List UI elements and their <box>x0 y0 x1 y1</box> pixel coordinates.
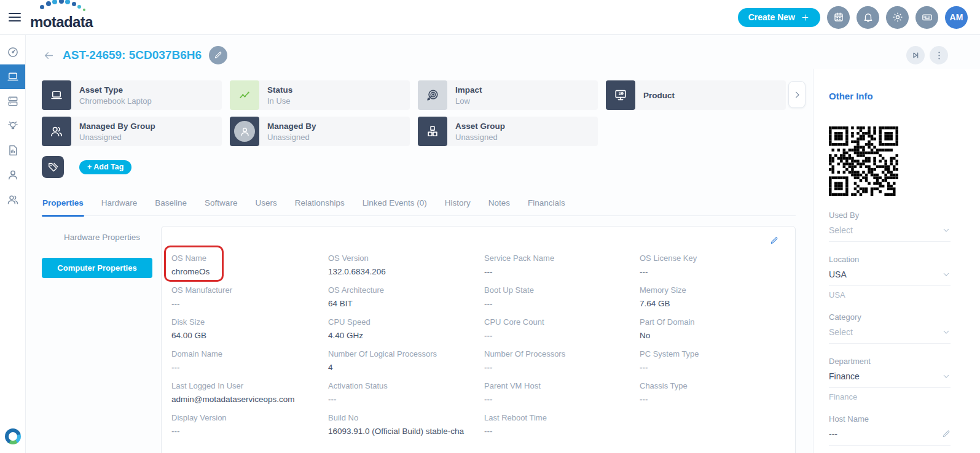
property-value: 16093.91.0 (Official Build) stable-cha <box>328 427 476 436</box>
summary-card[interactable]: Managed ByUnassigned <box>230 117 410 146</box>
property-value: --- <box>484 427 631 436</box>
property-cell: Display Version --- <box>171 413 328 436</box>
field-control[interactable]: Finance <box>829 371 951 388</box>
person-icon <box>230 117 259 146</box>
field-control[interactable]: USA <box>829 269 951 286</box>
tab-baseline[interactable]: Baseline <box>154 195 187 215</box>
laptop-icon <box>42 80 71 110</box>
field-label: Department <box>829 357 951 366</box>
cards-next-button[interactable] <box>788 81 806 108</box>
property-value: --- <box>484 267 631 276</box>
card-label: Managed By <box>267 122 316 131</box>
tab-financials[interactable]: Financials <box>527 195 566 215</box>
property-value: 64.00 GB <box>171 331 319 340</box>
property-label: Display Version <box>171 413 319 422</box>
property-cell: Disk Size 64.00 GB <box>171 317 328 340</box>
gear-icon[interactable] <box>886 6 909 29</box>
edit-title-button[interactable] <box>209 46 227 64</box>
tab-properties[interactable]: Properties <box>42 195 84 215</box>
property-label: Last Logged In User <box>171 381 319 390</box>
bell-icon[interactable] <box>857 6 879 29</box>
property-cell: OS Manufacturer --- <box>171 285 328 308</box>
summary-card[interactable]: Asset GroupUnassigned <box>418 117 598 146</box>
more-options-button[interactable] <box>930 46 948 64</box>
property-value: 132.0.6834.206 <box>328 267 476 276</box>
tab-relationships[interactable]: Relationships <box>294 195 345 215</box>
chevron-down-icon <box>942 270 951 279</box>
subnav-hardware-properties[interactable]: Hardware Properties <box>42 229 162 246</box>
tag-icon <box>42 156 64 178</box>
user-icon <box>7 169 19 181</box>
property-label: OS Name <box>171 254 319 263</box>
field-control[interactable]: Select <box>829 225 951 242</box>
property-cell: Parent VM Host --- <box>484 381 640 404</box>
field-control[interactable]: Select <box>829 327 951 344</box>
tab-history[interactable]: History <box>444 195 471 215</box>
property-cell: Build No 16093.91.0 (Official Build) sta… <box>328 413 484 436</box>
create-new-button[interactable]: Create New <box>738 8 820 27</box>
logo-dot <box>77 5 81 9</box>
avatar[interactable]: AM <box>945 6 968 29</box>
field-helper: USA <box>829 290 951 300</box>
property-value: --- <box>328 395 476 404</box>
property-label: Boot Up State <box>484 285 631 295</box>
field-value: Select <box>829 327 853 337</box>
back-arrow-icon[interactable] <box>43 50 55 61</box>
field-value: Select <box>829 225 853 235</box>
property-cell: OS Architecture 64 BIT <box>328 285 484 308</box>
property-label: Number Of Processors <box>484 349 631 358</box>
edit-properties-button[interactable] <box>770 236 778 245</box>
summary-card[interactable]: ImpactLow <box>418 80 598 110</box>
summary-card[interactable]: Asset TypeChromebook Laptop <box>42 80 222 110</box>
field-label: Category <box>829 312 951 322</box>
cubes-icon <box>418 117 447 146</box>
sidebar-item-cmdb[interactable] <box>0 89 25 114</box>
trend-icon <box>230 80 259 110</box>
property-cell: Memory Size 7.64 GB <box>640 285 787 308</box>
field-value: Finance <box>829 371 860 381</box>
tab-hardware[interactable]: Hardware <box>101 195 138 215</box>
field-host-name: Host Name --- <box>829 414 951 446</box>
sidebar-item-ideas[interactable] <box>0 114 25 138</box>
tab-notes[interactable]: Notes <box>488 195 511 215</box>
summary-card[interactable]: Product <box>606 80 786 110</box>
property-value: 4 <box>328 363 476 372</box>
field-control[interactable]: --- <box>829 429 951 446</box>
property-cell: Last Reboot Time --- <box>484 413 640 436</box>
card-label: Status <box>267 85 292 95</box>
property-value: --- <box>171 427 319 436</box>
property-label: Last Reboot Time <box>484 413 631 422</box>
bulb-icon <box>7 120 19 132</box>
keyboard-icon[interactable] <box>915 6 938 29</box>
tab-linked-events-0[interactable]: Linked Events (0) <box>362 195 428 215</box>
sidebar-item-reports[interactable] <box>0 138 25 163</box>
logo-dot <box>59 0 64 4</box>
brand-name: motadata <box>30 15 93 29</box>
other-info-panel: Other Info Used By Select Location USA U… <box>813 69 980 453</box>
computer-properties-panel: OS Name chromeOs OS Version 132.0.6834.2… <box>161 226 796 453</box>
property-value: 64 BIT <box>328 299 476 308</box>
skip-button[interactable] <box>906 46 925 64</box>
property-label: Activation Status <box>328 381 476 390</box>
property-label: Parent VM Host <box>484 381 631 390</box>
property-value: 7.64 GB <box>640 299 778 308</box>
property-cell: OS License Key --- <box>640 254 787 276</box>
tab-users[interactable]: Users <box>254 195 277 215</box>
card-value: Unassigned <box>267 133 316 142</box>
sidebar-item-assets[interactable] <box>0 64 25 89</box>
sidebar <box>0 35 26 453</box>
summary-card[interactable]: StatusIn Use <box>230 80 410 110</box>
menu-icon[interactable] <box>9 10 21 24</box>
sidebar-item-dashboard[interactable] <box>0 40 25 64</box>
gauge-icon <box>7 46 19 58</box>
sidebar-item-requesters[interactable] <box>0 163 25 187</box>
add-tag-button[interactable]: + Add Tag <box>79 160 131 174</box>
highlight-ring <box>164 246 224 282</box>
sidebar-item-technicians[interactable] <box>0 187 25 212</box>
calendar-icon[interactable] <box>827 6 850 29</box>
subnav-computer-properties[interactable]: Computer Properties <box>42 258 152 278</box>
tab-software[interactable]: Software <box>204 195 238 215</box>
summary-card[interactable]: Managed By GroupUnassigned <box>42 117 222 146</box>
property-value: --- <box>171 299 319 308</box>
property-label: Domain Name <box>171 349 319 358</box>
